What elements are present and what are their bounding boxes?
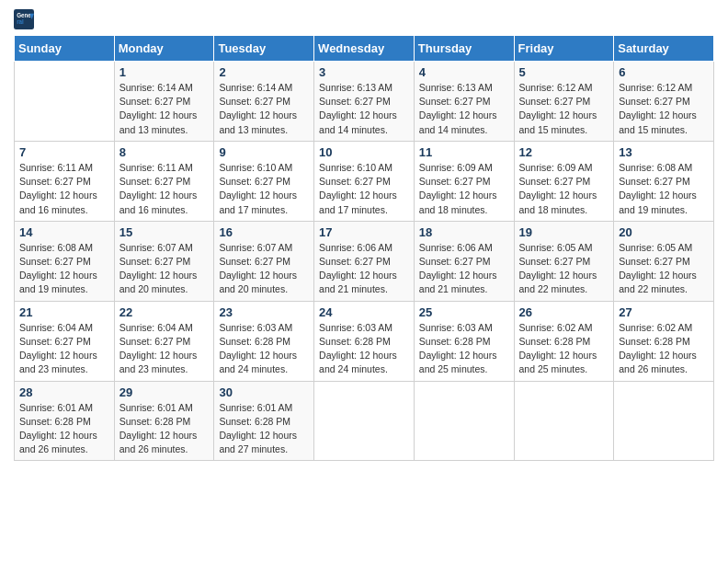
day-cell: 10Sunrise: 6:10 AM Sunset: 6:27 PM Dayli… <box>314 141 415 221</box>
day-info: Sunrise: 6:02 AM Sunset: 6:28 PM Dayligh… <box>619 321 709 377</box>
day-cell: 30Sunrise: 6:01 AM Sunset: 6:28 PM Dayli… <box>214 381 314 461</box>
day-info: Sunrise: 6:03 AM Sunset: 6:28 PM Dayligh… <box>419 321 509 377</box>
day-cell: 11Sunrise: 6:09 AM Sunset: 6:27 PM Dayli… <box>414 141 514 221</box>
day-number: 9 <box>219 145 309 159</box>
day-cell: 25Sunrise: 6:03 AM Sunset: 6:28 PM Dayli… <box>414 301 514 381</box>
day-cell: 7Sunrise: 6:11 AM Sunset: 6:27 PM Daylig… <box>15 141 115 221</box>
day-cell: 15Sunrise: 6:07 AM Sunset: 6:27 PM Dayli… <box>114 221 214 301</box>
day-info: Sunrise: 6:12 AM Sunset: 6:27 PM Dayligh… <box>619 81 709 137</box>
header-cell-sunday: Sunday <box>15 36 115 62</box>
week-row-5: 28Sunrise: 6:01 AM Sunset: 6:28 PM Dayli… <box>15 381 714 461</box>
day-number: 25 <box>419 305 509 319</box>
header-cell-wednesday: Wednesday <box>314 36 415 62</box>
day-number: 5 <box>519 65 609 79</box>
calendar-table: SundayMondayTuesdayWednesdayThursdayFrid… <box>14 35 714 461</box>
logo: Gene ral <box>14 9 37 29</box>
day-info: Sunrise: 6:14 AM Sunset: 6:27 PM Dayligh… <box>119 81 210 137</box>
day-cell: 29Sunrise: 6:01 AM Sunset: 6:28 PM Dayli… <box>114 381 214 461</box>
day-cell <box>414 381 514 461</box>
logo-icon: Gene ral <box>14 9 34 29</box>
day-info: Sunrise: 6:01 AM Sunset: 6:28 PM Dayligh… <box>19 401 109 457</box>
day-cell <box>514 381 614 461</box>
day-info: Sunrise: 6:03 AM Sunset: 6:28 PM Dayligh… <box>319 321 409 377</box>
day-number: 22 <box>119 305 210 319</box>
header-cell-monday: Monday <box>114 36 214 62</box>
header-cell-tuesday: Tuesday <box>214 36 314 62</box>
day-cell: 6Sunrise: 6:12 AM Sunset: 6:27 PM Daylig… <box>614 62 714 142</box>
day-info: Sunrise: 6:01 AM Sunset: 6:28 PM Dayligh… <box>119 401 210 457</box>
day-cell: 4Sunrise: 6:13 AM Sunset: 6:27 PM Daylig… <box>414 62 514 142</box>
day-number: 14 <box>19 225 109 239</box>
day-number: 4 <box>419 65 509 79</box>
header-cell-saturday: Saturday <box>614 36 714 62</box>
day-cell: 20Sunrise: 6:05 AM Sunset: 6:27 PM Dayli… <box>614 221 714 301</box>
day-number: 1 <box>119 65 210 79</box>
header-cell-friday: Friday <box>514 36 614 62</box>
day-number: 7 <box>19 145 109 159</box>
day-info: Sunrise: 6:08 AM Sunset: 6:27 PM Dayligh… <box>19 241 109 297</box>
day-info: Sunrise: 6:04 AM Sunset: 6:27 PM Dayligh… <box>119 321 210 377</box>
day-cell: 3Sunrise: 6:13 AM Sunset: 6:27 PM Daylig… <box>314 62 415 142</box>
day-number: 3 <box>319 65 409 79</box>
day-number: 13 <box>619 145 709 159</box>
header-row: SundayMondayTuesdayWednesdayThursdayFrid… <box>15 36 714 62</box>
svg-text:Gene: Gene <box>17 12 31 18</box>
day-info: Sunrise: 6:14 AM Sunset: 6:27 PM Dayligh… <box>219 81 309 137</box>
day-number: 19 <box>519 225 609 239</box>
day-info: Sunrise: 6:01 AM Sunset: 6:28 PM Dayligh… <box>219 401 309 457</box>
day-cell: 2Sunrise: 6:14 AM Sunset: 6:27 PM Daylig… <box>214 62 314 142</box>
day-cell: 1Sunrise: 6:14 AM Sunset: 6:27 PM Daylig… <box>114 62 214 142</box>
day-info: Sunrise: 6:08 AM Sunset: 6:27 PM Dayligh… <box>619 161 709 217</box>
day-cell: 8Sunrise: 6:11 AM Sunset: 6:27 PM Daylig… <box>114 141 214 221</box>
day-cell <box>15 62 115 142</box>
week-row-4: 21Sunrise: 6:04 AM Sunset: 6:27 PM Dayli… <box>15 301 714 381</box>
day-number: 11 <box>419 145 509 159</box>
day-cell: 13Sunrise: 6:08 AM Sunset: 6:27 PM Dayli… <box>614 141 714 221</box>
day-info: Sunrise: 6:12 AM Sunset: 6:27 PM Dayligh… <box>519 81 609 137</box>
day-cell <box>314 381 415 461</box>
day-info: Sunrise: 6:07 AM Sunset: 6:27 PM Dayligh… <box>219 241 309 297</box>
day-info: Sunrise: 6:06 AM Sunset: 6:27 PM Dayligh… <box>419 241 509 297</box>
svg-text:ral: ral <box>17 19 24 26</box>
day-cell: 18Sunrise: 6:06 AM Sunset: 6:27 PM Dayli… <box>414 221 514 301</box>
day-info: Sunrise: 6:10 AM Sunset: 6:27 PM Dayligh… <box>319 161 409 217</box>
day-info: Sunrise: 6:03 AM Sunset: 6:28 PM Dayligh… <box>219 321 309 377</box>
day-cell: 17Sunrise: 6:06 AM Sunset: 6:27 PM Dayli… <box>314 221 415 301</box>
day-cell: 26Sunrise: 6:02 AM Sunset: 6:28 PM Dayli… <box>514 301 614 381</box>
day-info: Sunrise: 6:11 AM Sunset: 6:27 PM Dayligh… <box>119 161 210 217</box>
day-number: 26 <box>519 305 609 319</box>
day-number: 30 <box>219 385 309 399</box>
day-cell: 14Sunrise: 6:08 AM Sunset: 6:27 PM Dayli… <box>15 221 115 301</box>
day-cell: 12Sunrise: 6:09 AM Sunset: 6:27 PM Dayli… <box>514 141 614 221</box>
day-number: 12 <box>519 145 609 159</box>
day-info: Sunrise: 6:11 AM Sunset: 6:27 PM Dayligh… <box>19 161 109 217</box>
day-info: Sunrise: 6:05 AM Sunset: 6:27 PM Dayligh… <box>619 241 709 297</box>
day-number: 17 <box>319 225 409 239</box>
day-number: 6 <box>619 65 709 79</box>
day-info: Sunrise: 6:07 AM Sunset: 6:27 PM Dayligh… <box>119 241 210 297</box>
day-info: Sunrise: 6:13 AM Sunset: 6:27 PM Dayligh… <box>319 81 409 137</box>
day-cell: 19Sunrise: 6:05 AM Sunset: 6:27 PM Dayli… <box>514 221 614 301</box>
day-info: Sunrise: 6:02 AM Sunset: 6:28 PM Dayligh… <box>519 321 609 377</box>
day-number: 2 <box>219 65 309 79</box>
day-number: 10 <box>319 145 409 159</box>
day-number: 28 <box>19 385 109 399</box>
day-cell: 21Sunrise: 6:04 AM Sunset: 6:27 PM Dayli… <box>15 301 115 381</box>
day-info: Sunrise: 6:13 AM Sunset: 6:27 PM Dayligh… <box>419 81 509 137</box>
day-number: 24 <box>319 305 409 319</box>
week-row-2: 7Sunrise: 6:11 AM Sunset: 6:27 PM Daylig… <box>15 141 714 221</box>
day-number: 20 <box>619 225 709 239</box>
day-info: Sunrise: 6:09 AM Sunset: 6:27 PM Dayligh… <box>419 161 509 217</box>
week-row-3: 14Sunrise: 6:08 AM Sunset: 6:27 PM Dayli… <box>15 221 714 301</box>
day-info: Sunrise: 6:04 AM Sunset: 6:27 PM Dayligh… <box>19 321 109 377</box>
page-header: Gene ral <box>14 9 714 29</box>
day-info: Sunrise: 6:10 AM Sunset: 6:27 PM Dayligh… <box>219 161 309 217</box>
day-number: 29 <box>119 385 210 399</box>
day-number: 8 <box>119 145 210 159</box>
day-number: 15 <box>119 225 210 239</box>
day-cell: 5Sunrise: 6:12 AM Sunset: 6:27 PM Daylig… <box>514 62 614 142</box>
day-cell: 16Sunrise: 6:07 AM Sunset: 6:27 PM Dayli… <box>214 221 314 301</box>
day-number: 18 <box>419 225 509 239</box>
day-cell: 27Sunrise: 6:02 AM Sunset: 6:28 PM Dayli… <box>614 301 714 381</box>
day-cell: 23Sunrise: 6:03 AM Sunset: 6:28 PM Dayli… <box>214 301 314 381</box>
